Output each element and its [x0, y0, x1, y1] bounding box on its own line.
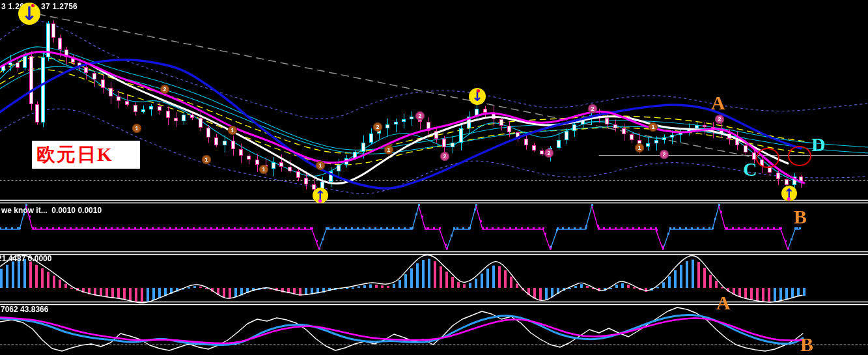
symbol-label-box: 欧元日K — [32, 141, 140, 169]
step-indicator-label: we know it... 0.0010 0.0010 — [1, 206, 102, 215]
trading-chart: 3 1.2817 37 1.2756 欧元日K we know it... 0.… — [0, 0, 868, 355]
macd-indicator-label: 21.4487 0.0000 — [0, 254, 51, 263]
symbol-label: 欧元日K — [36, 145, 113, 164]
chart-canvas[interactable] — [0, 0, 868, 355]
stochastic-indicator-label: 7062 43.8366 — [1, 305, 48, 314]
quote-right-text: 37 1.2756 — [41, 2, 77, 11]
quote-left-text: 3 1.2817 — [1, 2, 33, 11]
